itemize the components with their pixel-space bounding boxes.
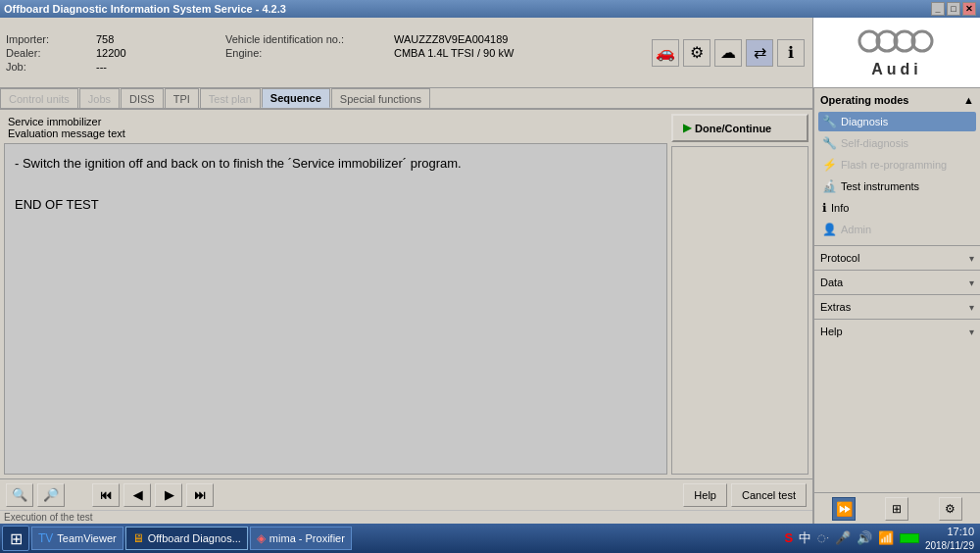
audi-logo-area: Audi bbox=[813, 18, 980, 88]
extras-header[interactable]: Extras ▾ bbox=[818, 299, 976, 315]
gear-tray-button[interactable]: ⚙ bbox=[939, 497, 962, 521]
collapse-op-modes-icon[interactable]: ▲ bbox=[963, 94, 974, 106]
diagnosis-icon: 🔧 bbox=[822, 115, 837, 128]
taskbar: ⊞ TV TeamViewer 🖥 Offboard Diagnos... ◈ … bbox=[0, 524, 980, 553]
bottom-icon-tray: ⏩ ⊞ ⚙ bbox=[814, 492, 980, 524]
audi-rings-logo bbox=[858, 27, 936, 55]
self-diagnosis-icon: 🔧 bbox=[822, 136, 837, 150]
back-tray-button[interactable]: ⏩ bbox=[832, 497, 856, 521]
op-mode-flash[interactable]: ⚡ Flash re-programming bbox=[818, 155, 976, 175]
service-title: Service immobilizer bbox=[8, 116, 663, 127]
job-label: Job: bbox=[6, 61, 94, 73]
extras-arrow-icon: ▾ bbox=[969, 302, 974, 313]
tab-bar: Control units Jobs DISS TPI Test plan Se… bbox=[0, 88, 812, 110]
right-controls: ▶ Done/Continue bbox=[671, 114, 808, 475]
operating-modes-header: Operating modes ▲ bbox=[818, 92, 976, 108]
last-button[interactable]: ⏭ bbox=[186, 483, 214, 507]
close-button[interactable]: ✕ bbox=[962, 2, 976, 16]
extras-section: Extras ▾ bbox=[814, 294, 980, 319]
tab-test-plan[interactable]: Test plan bbox=[200, 88, 261, 108]
extras-label: Extras bbox=[820, 301, 851, 313]
tray-dot-icon: ◌· bbox=[817, 532, 829, 543]
status-text: Execution of the test bbox=[4, 512, 93, 523]
prev-button[interactable]: ◀ bbox=[123, 483, 151, 507]
data-label: Data bbox=[820, 276, 843, 288]
minimize-button[interactable]: _ bbox=[931, 2, 945, 16]
importer-label: Importer: bbox=[6, 33, 94, 45]
tab-sequence[interactable]: Sequence bbox=[262, 88, 330, 108]
offboard-label: Offboard Diagnos... bbox=[148, 532, 241, 544]
data-section: Data ▾ bbox=[814, 270, 980, 294]
taskbar-mima[interactable]: ◈ mima - Proxifier bbox=[250, 527, 352, 550]
title-bar-controls[interactable]: _ □ ✕ bbox=[931, 2, 976, 16]
protocol-label: Protocol bbox=[820, 252, 859, 264]
operating-modes-section: Operating modes ▲ 🔧 Diagnosis 🔧 Self-dia… bbox=[814, 88, 980, 245]
start-button[interactable]: ⊞ bbox=[2, 526, 29, 551]
tray-cjk-icon: 中 bbox=[799, 529, 811, 547]
tray-speaker-icon: 🔊 bbox=[857, 530, 872, 545]
car-icon-btn[interactable]: 🚗 bbox=[652, 39, 679, 67]
done-continue-label: Done/Continue bbox=[695, 123, 771, 134]
data-header[interactable]: Data ▾ bbox=[818, 275, 976, 290]
status-bar: Execution of the test bbox=[0, 510, 812, 524]
op-mode-diagnosis[interactable]: 🔧 Diagnosis bbox=[818, 112, 976, 131]
self-diagnosis-label: Self-diagnosis bbox=[841, 137, 908, 149]
vin-label: Vehicle identification no.: bbox=[225, 33, 392, 45]
op-mode-test-instruments[interactable]: 🔬 Test instruments bbox=[818, 176, 976, 196]
tab-control-units[interactable]: Control units bbox=[0, 88, 78, 108]
taskbar-offboard[interactable]: 🖥 Offboard Diagnos... bbox=[125, 527, 248, 550]
service-subtitle: Evaluation message text bbox=[8, 127, 663, 139]
tab-diss[interactable]: DISS bbox=[121, 88, 164, 108]
mima-icon: ◈ bbox=[257, 531, 266, 545]
right-lower-panel bbox=[671, 146, 808, 475]
info-label: Info bbox=[831, 202, 849, 214]
help-label: Help bbox=[820, 326, 843, 337]
left-content: Service immobilizer Evaluation message t… bbox=[4, 114, 667, 475]
tab-tpi[interactable]: TPI bbox=[165, 88, 199, 108]
audi-brand-text: Audi bbox=[871, 61, 922, 78]
admin-label: Admin bbox=[841, 224, 871, 235]
header-section: Importer: 758 Vehicle identification no.… bbox=[0, 18, 980, 88]
header-info: Importer: 758 Vehicle identification no.… bbox=[0, 18, 644, 87]
dealer-value: 12200 bbox=[96, 47, 223, 59]
teamviewer-icon: TV bbox=[38, 531, 53, 545]
op-mode-self-diagnosis[interactable]: 🔧 Self-diagnosis bbox=[818, 133, 976, 153]
tray-mic-icon: 🎤 bbox=[835, 530, 851, 545]
grid-tray-button[interactable]: ⊞ bbox=[885, 497, 908, 521]
service-header: Service immobilizer Evaluation message t… bbox=[4, 114, 667, 141]
help-button[interactable]: Help bbox=[683, 483, 727, 507]
done-continue-button[interactable]: ▶ Done/Continue bbox=[671, 114, 808, 142]
vin-value: WAUZZZ8V9EA004189 bbox=[394, 33, 610, 45]
op-mode-info[interactable]: ℹ Info bbox=[818, 198, 976, 218]
teamviewer-label: TeamViewer bbox=[57, 532, 116, 544]
importer-value: 758 bbox=[96, 33, 223, 45]
job-value: --- bbox=[96, 61, 223, 73]
help-section: Help ▾ bbox=[814, 319, 980, 343]
taskbar-date: 2018/11/29 bbox=[925, 539, 974, 552]
content-area: Service immobilizer Evaluation message t… bbox=[0, 110, 812, 478]
cancel-test-button[interactable]: Cancel test bbox=[731, 483, 807, 507]
next-button[interactable]: ▶ bbox=[155, 483, 182, 507]
protocol-header[interactable]: Protocol ▾ bbox=[818, 250, 976, 266]
tray-battery-indicator bbox=[900, 533, 919, 543]
tab-special-functions[interactable]: Special functions bbox=[331, 88, 430, 108]
protocol-section: Protocol ▾ bbox=[814, 245, 980, 270]
maximize-button[interactable]: □ bbox=[947, 2, 960, 16]
info-icon-btn[interactable]: ℹ bbox=[777, 39, 805, 67]
zoom-button[interactable]: 🔎 bbox=[37, 483, 65, 507]
op-mode-admin[interactable]: 👤 Admin bbox=[818, 220, 976, 239]
left-panel: Control units Jobs DISS TPI Test plan Se… bbox=[0, 88, 813, 524]
title-bar: Offboard Diagnostic Information System S… bbox=[0, 0, 980, 18]
tab-jobs[interactable]: Jobs bbox=[79, 88, 120, 108]
tray-network-icon: 📶 bbox=[878, 530, 894, 545]
protocol-arrow-icon: ▾ bbox=[969, 253, 974, 264]
page-scan-button[interactable]: 🔍 bbox=[6, 483, 33, 507]
settings-icon-btn[interactable]: ⚙ bbox=[683, 39, 710, 67]
cloud-icon-btn[interactable]: ☁ bbox=[714, 39, 742, 67]
help-header[interactable]: Help ▾ bbox=[818, 324, 976, 339]
play-icon: ▶ bbox=[683, 122, 691, 134]
offboard-icon: 🖥 bbox=[132, 531, 144, 545]
first-button[interactable]: ⏮ bbox=[92, 483, 120, 507]
taskbar-teamviewer[interactable]: TV TeamViewer bbox=[31, 527, 123, 550]
sync-icon-btn[interactable]: ⇄ bbox=[746, 39, 773, 67]
